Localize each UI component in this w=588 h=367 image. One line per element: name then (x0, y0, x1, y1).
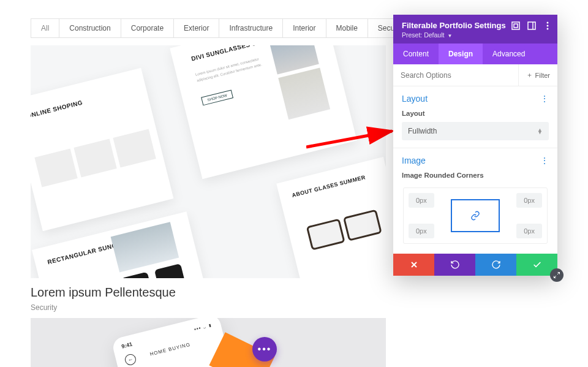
filter-tab-mobile[interactable]: Mobile (326, 19, 368, 37)
filter-tab-infrastructure[interactable]: Infrastructure (219, 19, 283, 37)
mock-heading: ONLINE SHOPING (31, 99, 83, 119)
mock-photo (34, 149, 77, 187)
filter-button[interactable]: ＋ Filter (518, 64, 557, 86)
snap-icon[interactable] (527, 21, 537, 31)
svg-rect-1 (512, 22, 519, 29)
filter-tab-all[interactable]: All (31, 19, 59, 37)
panel-tabs: Content Design Advanced (393, 44, 557, 64)
mock-body: Lorem ipsum dolor sit amet, consectetur … (195, 55, 269, 84)
chevron-down-icon: ▼ (447, 33, 452, 39)
panel-header[interactable]: Filterable Portfolio Settings Preset: De… (393, 15, 557, 44)
filter-button-label: Filter (535, 72, 550, 79)
portfolio-item-title: Lorem ipsum Pellentesque (31, 286, 557, 300)
close-icon (410, 260, 418, 269)
portfolio-thumbnail[interactable]: DIVI SUNGLASSES SHOP Lorem ipsum dolor s… (31, 45, 386, 278)
layout-select[interactable]: Fullwidth ▲▼ (402, 122, 549, 140)
preset-value: Default (424, 31, 444, 39)
mock-cta: SHOP NOW (201, 89, 233, 105)
resize-handle[interactable] (550, 268, 564, 282)
filter-tab-interior[interactable]: Interior (283, 19, 326, 37)
filter-tab-corporate[interactable]: Corporate (121, 19, 174, 37)
corner-top-right-input[interactable]: 0px (516, 193, 542, 208)
svg-point-7 (547, 28, 549, 30)
section-more-icon[interactable]: ⋮ (540, 94, 549, 104)
tab-content[interactable]: Content (393, 44, 439, 64)
mock-photo (113, 129, 156, 168)
mock-photo (111, 222, 179, 272)
mock-photo (74, 139, 116, 178)
check-icon (532, 260, 542, 270)
close-button[interactable] (393, 254, 434, 276)
resize-icon (553, 271, 560, 279)
more-icon[interactable] (543, 21, 552, 31)
section-layout: Layout ⋮ Layout Fullwidth ▲▼ (393, 86, 557, 148)
preset-label: Preset: (402, 31, 422, 39)
rounded-corners-control: 0px 0px 0px 0px (403, 187, 548, 244)
svg-line-11 (554, 276, 557, 278)
glasses-icon (306, 209, 385, 257)
plus-icon: ＋ (526, 70, 533, 80)
filter-tab-construction[interactable]: Construction (59, 19, 121, 37)
select-arrows-icon: ▲▼ (537, 129, 543, 134)
image-corners-label: Image Rounded Corners (402, 172, 549, 179)
section-title-image[interactable]: Image (402, 156, 426, 165)
phone-status-icons: ▪▪▪ ⌵ ▮ (194, 322, 213, 332)
tab-design[interactable]: Design (439, 44, 483, 64)
layout-select-value: Fullwidth (408, 127, 437, 135)
section-more-icon[interactable]: ⋮ (540, 156, 549, 165)
filter-tab-exterior[interactable]: Exterior (174, 19, 219, 37)
svg-point-6 (547, 25, 549, 27)
svg-rect-3 (528, 22, 535, 29)
mock-heading: ABOUT GLASES SUMMER (291, 174, 366, 199)
undo-button[interactable] (434, 254, 475, 276)
search-input[interactable] (393, 65, 518, 86)
svg-line-10 (557, 273, 560, 275)
layout-field-label: Layout (402, 110, 549, 117)
panel-action-bar (393, 254, 557, 276)
preset-selector[interactable]: Preset: Default ▼ (402, 31, 549, 39)
undo-icon (450, 260, 460, 270)
link-corners-toggle[interactable] (451, 199, 500, 232)
tab-advanced[interactable]: Advanced (483, 44, 535, 64)
corner-bottom-right-input[interactable]: 0px (516, 224, 542, 238)
module-fab-button[interactable]: ••• (252, 337, 277, 361)
link-icon (470, 211, 480, 221)
svg-point-5 (547, 22, 549, 24)
corner-bottom-left-input[interactable]: 0px (409, 224, 434, 238)
mock-photo (278, 67, 330, 119)
phone-header: HOME BUYING (116, 333, 224, 365)
section-title-layout[interactable]: Layout (402, 94, 428, 104)
portfolio-thumbnail[interactable]: 9:41 ▪▪▪ ⌵ ▮ ← HOME BUYING Spend more (31, 318, 386, 367)
corner-top-left-input[interactable]: 0px (409, 193, 434, 208)
svg-rect-2 (514, 24, 518, 28)
portfolio-item-category: Security (31, 303, 557, 312)
fullscreen-icon[interactable] (511, 21, 521, 31)
redo-icon (491, 260, 501, 270)
redo-button[interactable] (475, 254, 516, 276)
section-image: Image ⋮ Image Rounded Corners 0px 0px 0p… (393, 148, 557, 254)
settings-panel: Filterable Portfolio Settings Preset: De… (393, 15, 557, 276)
phone-time: 9:41 (121, 341, 133, 350)
